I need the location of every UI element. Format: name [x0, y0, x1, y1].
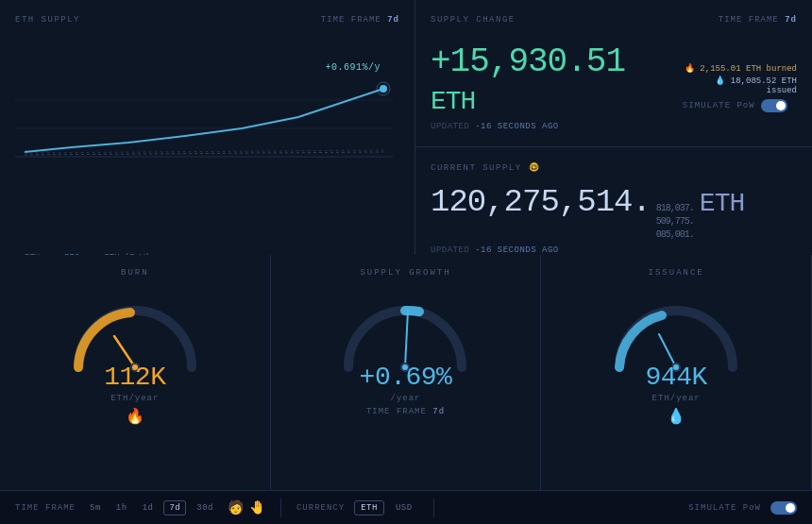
currency-usd[interactable]: USD: [390, 501, 418, 515]
current-supply-label: CURRENT SUPPLY 🤓: [431, 162, 540, 173]
issuance-panel: ISSUANCE 944K ETH/year 💧: [541, 255, 812, 524]
supply-growth-panel: SUPPLY GROWTH +0.69% /year TIME FRAME 7d: [271, 255, 542, 524]
supply-change-panel: SUPPLY CHANGE TIME FRAME 7d +15,930.51 E…: [415, 0, 812, 147]
simulate-pow-row: SIMULATE PoW: [683, 99, 797, 112]
issued-stat: 💧 18,085.52 ETH issued: [683, 76, 797, 95]
footer-divider-1: [280, 499, 281, 517]
current-supply-updated: UPDATED -16 SECONDS AGO: [431, 245, 797, 255]
simulate-footer-label: SIMULATE PoW: [688, 503, 761, 513]
current-supply-unit: ETH: [700, 189, 744, 218]
bottom-row: BURN 112K ETH/year 🔥 SUPPLY GROWTH: [0, 255, 812, 524]
currency-eth[interactable]: ETH: [354, 500, 384, 516]
timeframe-5m[interactable]: 5m: [85, 501, 106, 515]
timeframe-1d[interactable]: 1d: [138, 501, 159, 515]
footer-divider-2: [433, 499, 434, 517]
simulate-footer-toggle[interactable]: [770, 501, 797, 515]
timeframe-footer-label: TIME FRAME: [15, 503, 76, 513]
current-supply-emoji: 🤓: [529, 163, 541, 173]
supply-change-label: SUPPLY CHANGE: [431, 15, 516, 25]
supply-growth-label: SUPPLY GROWTH: [360, 268, 450, 278]
svg-point-3: [380, 85, 387, 93]
issuance-value: 944K: [646, 363, 707, 392]
simulate-footer-knob: [786, 503, 795, 513]
simulate-pow-label: SIMULATE PoW: [683, 101, 755, 110]
svg-line-8: [405, 311, 408, 367]
dashboard: ETH SUPPLY TIME FRAME 7d: [0, 0, 812, 524]
timeframe-hand-icon: 🤚: [249, 499, 265, 516]
burn-unit: ETH/year: [110, 394, 159, 403]
supply-growth-unit: /year: [390, 394, 420, 403]
supply-change-value: +15,930.51 ETH: [431, 43, 683, 118]
supply-decimals: 818,037. 509,775. 085,001.: [656, 202, 694, 242]
currency-section: CURRENCY ETH USD: [296, 500, 418, 516]
supply-change-header: SUPPLY CHANGE TIME FRAME 7d: [431, 15, 797, 28]
eth-supply-timeframe: TIME FRAME 7d: [321, 15, 399, 25]
burn-emoji: 🔥: [126, 407, 144, 426]
currency-footer-label: CURRENCY: [296, 503, 345, 513]
supply-change-updated: UPDATED -16 SECONDS AGO: [431, 122, 683, 131]
simulate-footer-section: SIMULATE PoW: [688, 501, 797, 515]
timeframe-person-icon: 🧑: [228, 499, 244, 516]
burn-label: BURN: [121, 268, 149, 278]
eth-supply-header: ETH SUPPLY TIME FRAME 7d: [15, 15, 399, 28]
toggle-knob: [776, 101, 786, 110]
timeframe-30d[interactable]: 30d: [192, 501, 218, 515]
chart-rate-label: +0.691%/y: [325, 62, 381, 73]
burned-stat: 🔥 2,155.01 ETH burned: [683, 63, 797, 74]
timeframe-1h[interactable]: 1h: [111, 501, 132, 515]
burn-value: 112K: [104, 363, 165, 392]
supply-side-stats: 🔥 2,155.01 ETH burned 💧 18,085.52 ETH is…: [683, 63, 797, 95]
supply-change-timeframe: TIME FRAME 7d: [719, 15, 797, 25]
footer-bar: TIME FRAME 5m 1h 1d 7d 30d 🧑 🤚 CURRENCY …: [0, 490, 812, 524]
issuance-emoji: 💧: [667, 407, 685, 426]
top-right: SUPPLY CHANGE TIME FRAME 7d +15,930.51 E…: [415, 0, 812, 295]
current-supply-value: 120,275,514. 818,037. 509,775. 085,001. …: [431, 184, 797, 242]
supply-growth-value: +0.69%: [360, 363, 452, 392]
simulate-pow-toggle[interactable]: [761, 99, 787, 112]
issuance-label: ISSUANCE: [649, 268, 704, 278]
eth-supply-panel: ETH SUPPLY TIME FRAME 7d: [0, 0, 415, 295]
eth-supply-label: ETH SUPPLY: [15, 15, 80, 25]
supply-growth-timeframe: TIME FRAME 7d: [366, 407, 445, 416]
current-supply-header: CURRENT SUPPLY 🤓: [431, 162, 797, 177]
timeframe-section: TIME FRAME 5m 1h 1d 7d 30d 🧑 🤚: [15, 499, 265, 516]
burn-panel: BURN 112K ETH/year 🔥: [0, 255, 271, 524]
eth-supply-chart: +0.691%/y: [15, 43, 399, 240]
top-row: ETH SUPPLY TIME FRAME 7d: [0, 0, 812, 255]
issuance-unit: ETH/year: [652, 394, 701, 403]
timeframe-7d[interactable]: 7d: [163, 500, 186, 516]
